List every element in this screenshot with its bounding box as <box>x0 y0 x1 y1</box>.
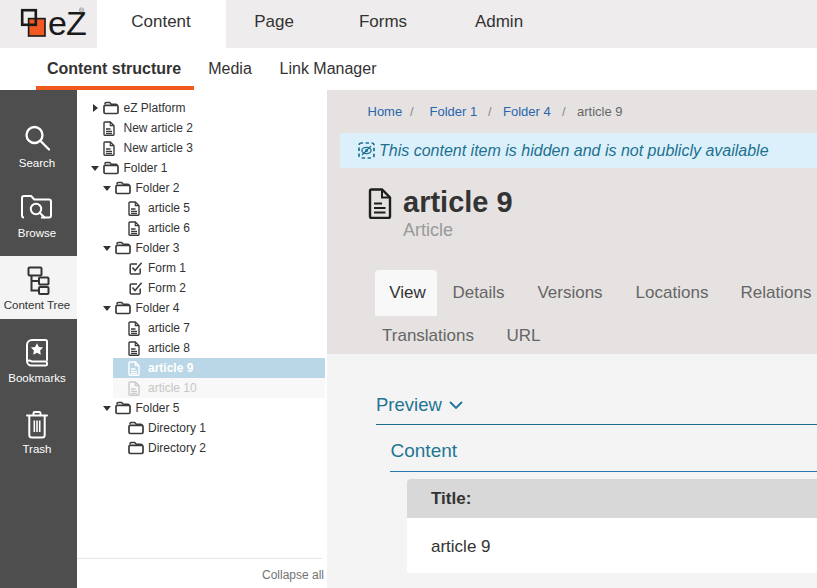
svg-text:R: R <box>80 8 83 13</box>
